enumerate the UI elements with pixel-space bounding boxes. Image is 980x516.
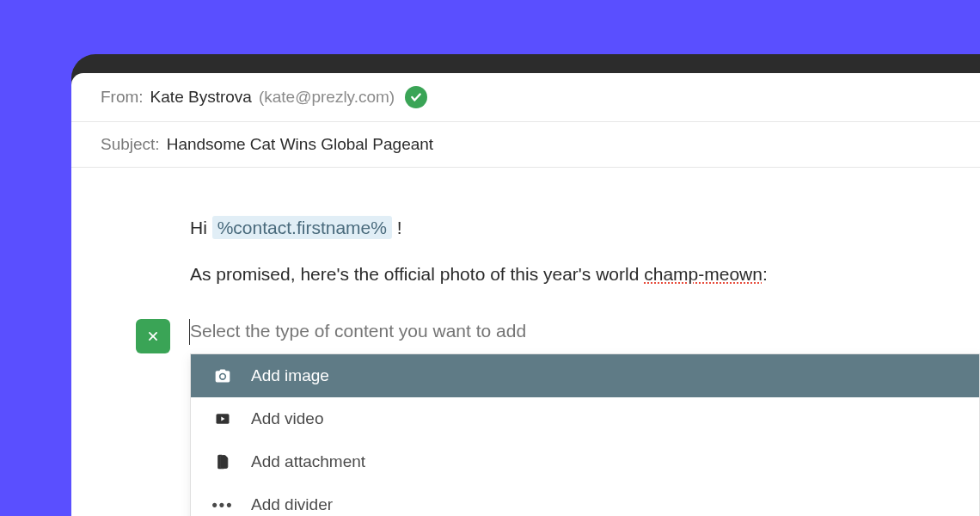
option-label: Add attachment: [251, 452, 365, 471]
spellcheck-word[interactable]: champ-meown: [644, 264, 763, 284]
window-frame: From: Kate Bystrova (kate@prezly.com) Su…: [71, 54, 980, 516]
option-add-video[interactable]: Add video: [191, 397, 979, 440]
dots-icon: •••: [213, 495, 232, 514]
option-label: Add image: [251, 366, 329, 385]
line2-prefix: As promised, here's the official photo o…: [190, 264, 644, 284]
subject-label: Subject:: [101, 135, 160, 154]
option-label: Add video: [251, 409, 324, 428]
close-insert-button[interactable]: [136, 319, 170, 353]
camera-icon: [213, 366, 232, 385]
merge-tag[interactable]: %contact.firstname%: [212, 216, 392, 239]
greeting-line[interactable]: Hi %contact.firstname% !: [190, 212, 951, 243]
verified-icon: [405, 86, 427, 108]
email-composer: From: Kate Bystrova (kate@prezly.com) Su…: [71, 73, 980, 516]
subject-row: Subject: Handsome Cat Wins Global Pagean…: [71, 122, 980, 168]
from-name[interactable]: Kate Bystrova: [150, 88, 252, 107]
from-email: (kate@prezly.com): [259, 88, 395, 107]
content-type-dropdown: Add image Add video Add attachment: [190, 353, 980, 516]
body-line-2[interactable]: As promised, here's the official photo o…: [190, 259, 951, 290]
option-add-divider[interactable]: ••• Add divider: [191, 483, 979, 516]
option-add-image[interactable]: Add image: [191, 354, 979, 397]
option-add-attachment[interactable]: Add attachment: [191, 440, 979, 483]
greeting-prefix: Hi: [190, 218, 212, 237]
from-row: From: Kate Bystrova (kate@prezly.com): [71, 73, 980, 122]
greeting-suffix: !: [392, 218, 402, 237]
subject-value[interactable]: Handsome Cat Wins Global Pageant: [167, 135, 434, 154]
option-label: Add divider: [251, 495, 333, 514]
insert-content-input[interactable]: [190, 321, 706, 341]
email-body[interactable]: Hi %contact.firstname% ! As promised, he…: [71, 168, 980, 322]
body-text[interactable]: Hi %contact.firstname% ! As promised, he…: [101, 212, 951, 289]
play-icon: [213, 409, 232, 428]
from-label: From:: [101, 88, 144, 107]
document-icon: [213, 452, 232, 471]
line2-suffix: :: [763, 264, 768, 284]
